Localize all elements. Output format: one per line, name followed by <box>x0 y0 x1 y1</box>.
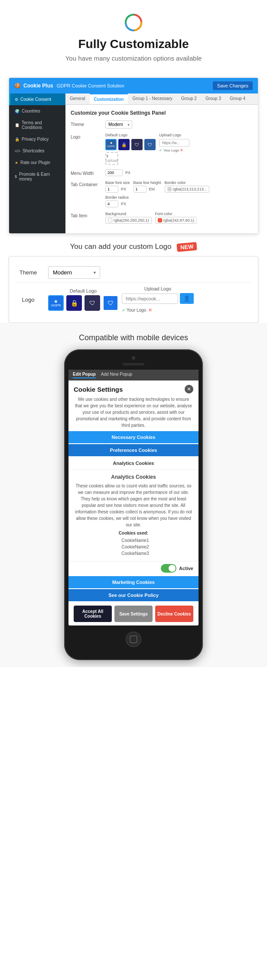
tab-group3[interactable]: Group 3 <box>201 93 225 104</box>
preferences-cookies-header[interactable]: Preferences Cookies <box>68 444 199 456</box>
preferences-cookies-section: Preferences Cookies <box>68 444 199 456</box>
tab-item-field: Tab Item Background rgba(250,250,250,1) <box>71 212 253 224</box>
phone-screen-inner: Edit Popup Add New Popup Cookie Settings… <box>68 370 199 625</box>
logo-demo-icon-shield[interactable]: 🛡 <box>85 295 100 311</box>
logo-demo-box: Theme Modern Logo Default Logo ★ <box>9 256 258 323</box>
marketing-cookies-section: Marketing Cookies <box>68 576 199 588</box>
star-icon: ★ <box>15 161 18 165</box>
analytics-content-description: These cookies allow us to count visits a… <box>74 483 193 528</box>
tab-group2[interactable]: Group 2 <box>177 93 201 104</box>
add-new-popup-tab[interactable]: Add New Popup <box>101 372 132 378</box>
active-toggle[interactable] <box>161 564 176 573</box>
logo-demo-icon-shield-outline[interactable]: 🛡 <box>103 295 118 311</box>
see-policy-section: See our Cookie Policy <box>68 589 199 601</box>
logo-icon-gdpr[interactable]: ★ GDPR <box>105 139 117 150</box>
font-color-field: Font color rgba(242,87,60,1) <box>155 212 197 224</box>
necessary-cookies-header[interactable]: Necessary Cookies <box>68 431 199 443</box>
menu-width-field: Menu Width PX <box>71 169 253 176</box>
cookie-close-btn[interactable]: ✕ <box>185 385 193 393</box>
analytics-cookies-section: Analytics Cookies Analytics Cookies Thes… <box>68 457 199 575</box>
menu-width-content: PX <box>105 169 253 176</box>
logo-demo-icon-gdpr[interactable]: ★ GDPR <box>48 295 64 311</box>
phone-speaker <box>123 363 144 365</box>
phone-home-button[interactable] <box>126 632 141 647</box>
tab-group4[interactable]: Group 4 <box>225 93 250 104</box>
logo-content: Default Logo ★ GDPR 🔒 <box>105 133 253 165</box>
plugin-panel: Customize your Cookie Settings Panel The… <box>65 105 258 233</box>
tab-container-content: Base font size PX Base line height <box>105 181 253 207</box>
see-policy-header[interactable]: See our Cookie Policy <box>68 589 199 601</box>
border-radius-field: Border radius PX <box>105 195 129 207</box>
background-color-input[interactable]: rgba(250,250,250,1) <box>105 217 152 224</box>
edit-popup-tab[interactable]: Edit Popup <box>73 372 96 378</box>
sidebar-item-rate[interactable]: ★ Rate our Plugin <box>9 157 65 168</box>
border-color-input[interactable]: rgba(213,213,213... <box>165 186 210 193</box>
tab-container-field: Tab Container Base font size PX <box>71 181 253 207</box>
hero-section: Fully Customizable You have many customi… <box>0 0 267 71</box>
logo-icon-lock[interactable]: 🔒 <box>118 139 130 150</box>
cookie-popup: Cookie Settings ✕ We use cookies and oth… <box>68 380 199 625</box>
upload-url-box[interactable] <box>122 293 178 304</box>
cookie-name-3: CookieName3 <box>74 550 193 557</box>
save-changes-button[interactable]: Save Changes <box>213 81 253 90</box>
phone-home-button-inner <box>130 635 137 643</box>
sidebar-item-privacy[interactable]: 🔒 Privacy Policy <box>9 133 65 145</box>
logo-demo-section: You can add your custom Logo NEW Theme M… <box>9 242 258 323</box>
theme-content: Modern <box>105 120 253 129</box>
cookie-consent-icon: ⚙ <box>15 97 18 102</box>
upload-logo-label: Upload Logo <box>159 133 189 137</box>
base-font-unit: PX <box>121 187 126 191</box>
tab-general[interactable]: General <box>65 93 90 104</box>
plugin-content: General Customization Group 1 - Necessar… <box>65 93 258 233</box>
logo-demo-theme-content: Modern <box>48 266 252 279</box>
logo-demo-icon-lock[interactable]: 🔒 <box>66 295 82 311</box>
base-font-size-input[interactable] <box>105 186 118 193</box>
background-label: Background <box>105 212 152 216</box>
base-line-height-label: Base line height <box>134 181 161 185</box>
sidebar-item-cookie-consent[interactable]: ⚙ Cookie Consent <box>9 93 65 105</box>
menu-width-input[interactable] <box>105 169 123 176</box>
sidebar-item-terms[interactable]: 📋 Terms and Conditions <box>9 117 65 133</box>
theme-select[interactable]: Modern <box>105 120 132 129</box>
theme-select-demo[interactable]: Modern <box>48 266 100 279</box>
tab-item-sub-fields: Background rgba(250,250,250,1) Font colo… <box>105 212 253 224</box>
theme-select-demo-wrap: Modern <box>48 266 100 279</box>
analytics-cookies-header[interactable]: Analytics Cookies <box>68 457 199 470</box>
tab-container-sub-fields: Base font size PX Base line height <box>105 181 253 193</box>
tab-group1[interactable]: Group 1 - Necessary <box>128 93 176 104</box>
necessary-cookies-section: Necessary Cookies <box>68 431 199 443</box>
sidebar-item-promote[interactable]: $ Promote & Earn money <box>9 168 65 185</box>
base-font-size-inline: PX <box>105 186 130 193</box>
plugin-body: ⚙ Cookie Consent 🌍 Countries 📋 Terms and… <box>9 93 258 233</box>
decline-cookies-button[interactable]: Decline Cookies <box>155 606 193 622</box>
sidebar-item-countries[interactable]: 🌍 Countries <box>9 105 65 117</box>
logo-icon-shield-blue[interactable]: 🛡 <box>144 139 156 150</box>
current-logo-row: ✓ Your Logo ✕ <box>159 148 189 152</box>
base-line-unit: EM <box>149 187 155 191</box>
tab-customization[interactable]: Customization <box>90 93 128 104</box>
accept-all-cookies-button[interactable]: Accept All Cookies <box>74 606 112 622</box>
font-color-input[interactable]: rgba(242,87,60,1) <box>155 217 197 224</box>
base-font-size-label: Base font size <box>105 181 130 185</box>
save-settings-button[interactable]: Save Settings <box>114 606 153 622</box>
default-logo-label: Default Logo <box>105 133 156 137</box>
upload-url-input[interactable] <box>159 139 189 147</box>
phone-screen: Edit Popup Add New Popup Cookie Settings… <box>68 370 199 625</box>
plugin-sidebar: ⚙ Cookie Consent 🌍 Countries 📋 Terms and… <box>9 93 65 233</box>
base-line-height-input[interactable] <box>134 186 147 193</box>
logo-upload-box-small[interactable]: ⬆Upload <box>105 152 156 165</box>
delete-logo-icon[interactable]: ✕ <box>180 148 183 152</box>
border-radius-input[interactable] <box>105 200 118 207</box>
marketing-cookies-header[interactable]: Marketing Cookies <box>68 576 199 588</box>
border-radius-label: Border radius <box>105 195 129 200</box>
upload-btn[interactable]: 👤 <box>180 293 194 304</box>
sidebar-item-shortcodes[interactable]: </> Shortcodes <box>9 145 65 157</box>
font-color-label: Font color <box>155 212 197 216</box>
background-field: Background rgba(250,250,250,1) <box>105 212 152 224</box>
delete-logo-demo-icon[interactable]: ✕ <box>148 307 152 313</box>
logo-icon-shield-dark[interactable]: 🛡 <box>131 139 143 150</box>
new-badge: NEW <box>176 242 197 252</box>
phone-frame: Edit Popup Add New Popup Cookie Settings… <box>64 349 203 660</box>
countries-icon: 🌍 <box>15 109 20 113</box>
current-logo-icon: ✓ <box>159 148 163 152</box>
